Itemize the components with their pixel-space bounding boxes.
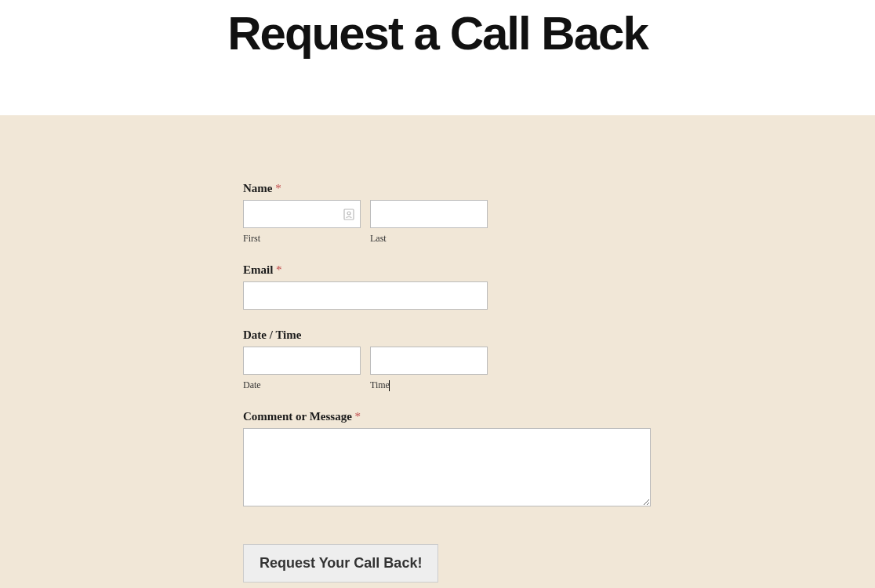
contact-card-icon [343, 208, 354, 220]
email-label: Email * [243, 263, 651, 277]
date-col: Date [243, 347, 361, 391]
name-inputs-row: First Last [243, 200, 651, 245]
comment-textarea[interactable] [243, 428, 651, 506]
time-col: Time [370, 347, 488, 391]
first-name-sublabel: First [243, 233, 361, 245]
time-sublabel: Time [370, 379, 488, 391]
name-label-text: Name [243, 182, 273, 194]
last-name-col: Last [370, 200, 488, 245]
email-required-indicator: * [276, 263, 282, 276]
first-name-wrapper [243, 200, 361, 228]
email-input[interactable] [243, 281, 488, 310]
name-field-group: Name * First L [243, 182, 651, 245]
datetime-label: Date / Time [243, 328, 651, 342]
svg-point-1 [347, 212, 350, 215]
comment-field-group: Comment or Message * [243, 410, 651, 510]
first-name-col: First [243, 200, 361, 245]
comment-label: Comment or Message * [243, 410, 651, 423]
email-label-text: Email [243, 263, 273, 276]
time-input[interactable] [370, 347, 488, 375]
form-section: Name * First L [0, 115, 875, 588]
name-required-indicator: * [275, 182, 281, 194]
name-label: Name * [243, 182, 651, 195]
comment-label-text: Comment or Message [243, 410, 352, 423]
form-container: Name * First L [243, 182, 651, 583]
last-name-sublabel: Last [370, 233, 488, 245]
submit-button[interactable]: Request Your Call Back! [243, 544, 438, 583]
date-sublabel: Date [243, 379, 361, 391]
page-title: Request a Call Back [0, 0, 875, 60]
date-input[interactable] [243, 347, 361, 375]
comment-required-indicator: * [355, 410, 361, 423]
datetime-inputs-row: Date Time [243, 347, 651, 391]
datetime-field-group: Date / Time Date Time [243, 328, 651, 391]
last-name-input[interactable] [370, 200, 488, 228]
email-field-group: Email * [243, 263, 651, 310]
text-cursor [389, 380, 390, 391]
header-section: Request a Call Back [0, 0, 875, 115]
